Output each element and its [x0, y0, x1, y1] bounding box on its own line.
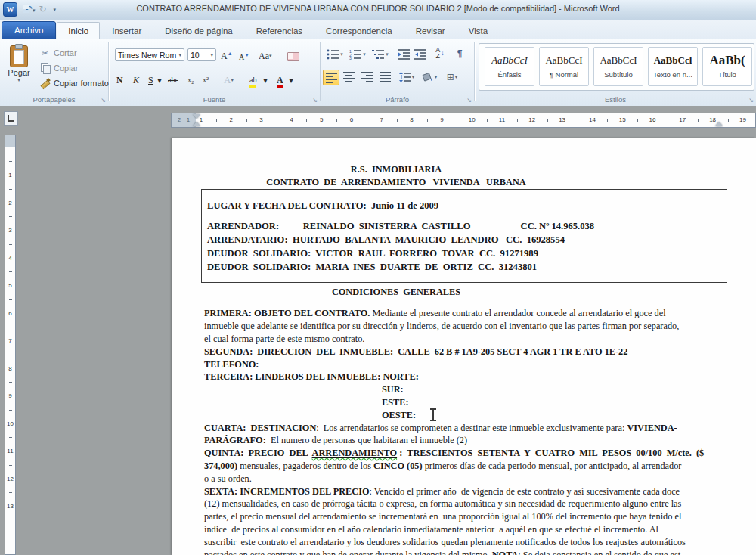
- tab-insertar[interactable]: Insertar: [101, 22, 153, 39]
- bullets-icon: [327, 49, 339, 60]
- ruler-number: 3: [5, 227, 15, 234]
- doc-line: OESTE:: [204, 409, 726, 422]
- ruler-tick: [698, 119, 699, 122]
- font-dialog-launcher[interactable]: ↘: [312, 97, 318, 104]
- doc-line: inmueble que adelante se identifica por …: [204, 320, 726, 333]
- ruler-number: 19: [739, 116, 746, 123]
- ruler-number: 13: [5, 503, 15, 510]
- borders-button[interactable]: ⊞ ▾: [443, 70, 461, 84]
- ribbon-tab-bar: ArchivoInicioInsertarDiseño de páginaRef…: [0, 20, 756, 39]
- group-portapapeles: Pegar ▾ ✂Cortar Copiar Copiar formato Po…: [0, 39, 108, 106]
- align-right-button[interactable]: [359, 70, 374, 84]
- document-page[interactable]: R.S. INMOBILIARIACONTRATO DE ARRENDAMIEN…: [172, 138, 756, 555]
- clipboard-dialog-launcher[interactable]: ↘: [101, 97, 106, 104]
- shading-button[interactable]: ▾: [420, 70, 438, 84]
- numbering-dropdown[interactable]: ▾: [361, 47, 367, 61]
- paste-button[interactable]: Pegar ▾: [3, 44, 35, 95]
- tab-correspondencia[interactable]: Correspondencia: [314, 22, 404, 39]
- decrease-indent-button[interactable]: [396, 47, 411, 61]
- doc-line: SEXTA: INCREMENTOS DEL PRECIO: Vencido e…: [204, 485, 726, 498]
- clear-formatting-button[interactable]: [287, 48, 299, 63]
- tab-referencias[interactable]: Referencias: [245, 22, 314, 39]
- highlight-color-button[interactable]: ab: [249, 71, 256, 85]
- tab-archivo[interactable]: Archivo: [2, 21, 56, 39]
- change-case-button[interactable]: Aa▾: [259, 47, 272, 61]
- doc-line: TELEFONO:: [204, 358, 726, 371]
- doc-line: CONTRATO DE ARRENDAMIENTO VIVIENDA URBAN…: [204, 176, 726, 189]
- strikethrough-button[interactable]: abc: [168, 71, 178, 85]
- vertical-ruler[interactable]: 12345678910111213: [5, 135, 16, 555]
- doc-line: ARRENDADOR: REINALDO SINISTERRA CASTILLO…: [207, 219, 727, 233]
- multilevel-dropdown[interactable]: ▾: [384, 47, 390, 61]
- subscript-button[interactable]: x₂: [187, 71, 194, 85]
- numbering-button[interactable]: 123: [348, 47, 363, 61]
- ribbon: Pegar ▾ ✂Cortar Copiar Copiar formato Po…: [0, 39, 756, 107]
- tab-revisar[interactable]: Revisar: [404, 22, 457, 39]
- style-preview: AaBb(: [703, 54, 751, 67]
- right-indent-marker[interactable]: [715, 122, 723, 126]
- multilevel-list-button[interactable]: [370, 47, 386, 61]
- ruler-tick: [578, 119, 578, 122]
- tab-dise-o-de-p-gina[interactable]: Diseño de página: [153, 22, 244, 39]
- scissors-icon: ✂: [39, 48, 51, 58]
- align-right-icon: [361, 72, 373, 82]
- show-marks-button[interactable]: ¶: [452, 46, 467, 60]
- sort-button[interactable]: AZ↓: [432, 45, 448, 60]
- ruler-tick: [216, 119, 217, 122]
- cut-button[interactable]: ✂Cortar: [38, 45, 110, 60]
- shrink-font-button[interactable]: A▼: [239, 48, 249, 63]
- grow-font-icon: A▲: [221, 48, 233, 61]
- align-left-button[interactable]: [323, 70, 339, 85]
- ruler-number: 16: [649, 116, 656, 123]
- increase-indent-button[interactable]: [413, 47, 428, 61]
- text-effects-button[interactable]: A▾: [224, 71, 234, 85]
- paragraph-dialog-launcher[interactable]: ↘: [466, 97, 472, 104]
- tab-vista[interactable]: Vista: [457, 22, 499, 39]
- styles-dialog-launcher[interactable]: ↘: [748, 97, 754, 104]
- style-label: Texto en n...: [649, 70, 697, 79]
- bullets-dropdown[interactable]: ▾: [339, 47, 345, 61]
- copy-label: Copiar: [54, 64, 78, 73]
- doc-line: ARRENDATARIO: HURTADO BALANTA MAURICIO L…: [207, 233, 727, 246]
- style-card-texto-en-n-[interactable]: AaBbCclTexto en n...: [648, 47, 698, 86]
- justify-button[interactable]: [377, 70, 392, 84]
- doc-headings: R.S. INMOBILIARIACONTRATO DE ARRENDAMIEN…: [204, 138, 726, 189]
- highlight-dropdown[interactable]: ▾: [263, 71, 268, 85]
- superscript-button[interactable]: x²: [203, 71, 209, 85]
- tab-selector[interactable]: [4, 111, 18, 126]
- doc-line: partes, el precio mensual del arrendamie…: [204, 510, 726, 523]
- align-center-button[interactable]: [341, 70, 356, 84]
- font-color-dropdown[interactable]: ▾: [289, 71, 293, 85]
- underline-button[interactable]: S: [148, 71, 153, 85]
- doc-line: R.S. INMOBILIARIA: [204, 163, 726, 176]
- parties-box: LUGAR Y FECHA DEL CONTRATO: Junio 11 de …: [201, 189, 727, 283]
- tab-inicio[interactable]: Inicio: [57, 22, 100, 39]
- chevron-down-icon: ▾: [412, 74, 415, 80]
- copy-button[interactable]: Copiar: [38, 60, 110, 76]
- doc-line: SUR:: [204, 383, 726, 396]
- doc-line: PARÁGRAFO: El numero de personas que hab…: [204, 434, 726, 447]
- bullets-button[interactable]: [325, 47, 340, 61]
- style-card--normal[interactable]: AaBbCcI¶ Normal: [539, 47, 589, 86]
- font-size-combobox[interactable]: 10▾: [187, 48, 216, 61]
- font-name-combobox[interactable]: Times New Rom▾: [115, 48, 184, 61]
- doc-body: CONDICIONES GENERALES PRIMERA: OBJETO DE…: [204, 286, 726, 555]
- line-spacing-button[interactable]: ▾: [398, 70, 416, 84]
- borders-icon: ⊞: [447, 72, 454, 82]
- font-color-button[interactable]: A: [277, 71, 284, 85]
- bold-button[interactable]: N: [116, 71, 123, 85]
- doc-line: PRIMERA: OBJETO DEL CONTRATO. Mediante e…: [204, 307, 726, 320]
- chevron-down-icon: ▾: [210, 52, 213, 58]
- font-color-icon: A: [277, 75, 284, 85]
- decrease-indent-icon: [398, 49, 410, 60]
- grow-font-button[interactable]: A▲: [221, 47, 233, 61]
- style-card-t-tulo[interactable]: AaBb(Título: [702, 47, 752, 86]
- change-case-icon: Aa: [259, 51, 269, 61]
- text-cursor: [432, 410, 434, 420]
- style-card-subt-tulo[interactable]: AaBbCcISubtítulo: [593, 47, 643, 86]
- format-painter-button[interactable]: Copiar formato: [38, 76, 110, 91]
- italic-button[interactable]: K: [133, 71, 139, 85]
- horizontal-ruler[interactable]: 1234567891011121314151617181921: [171, 113, 756, 128]
- underline-dropdown[interactable]: ▾: [157, 71, 162, 85]
- style-card--nfasis[interactable]: AaBbCcIÉnfasis: [485, 47, 534, 86]
